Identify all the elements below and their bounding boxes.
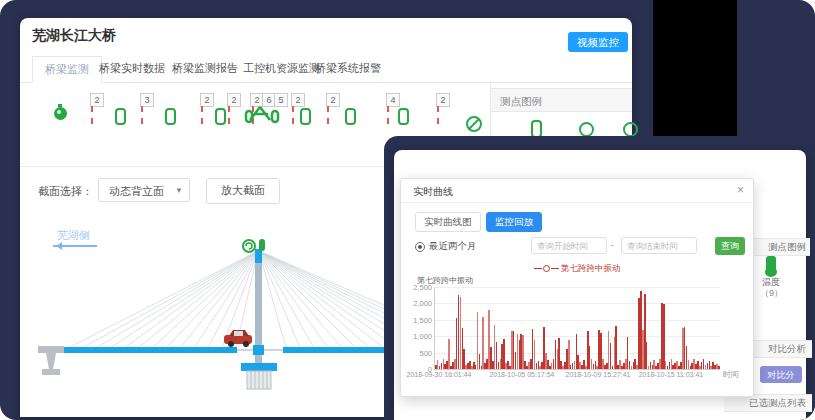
dashed-marker	[327, 106, 329, 124]
link-sensor-icon[interactable]	[345, 108, 356, 125]
tab-realtime-data[interactable]: 桥梁实时数据	[99, 56, 165, 81]
last-two-months-label: 最近两个月	[429, 240, 477, 253]
tab-realtime-curve[interactable]: 实时曲线图	[415, 212, 481, 232]
last-two-months-radio[interactable]	[415, 242, 425, 252]
round-sensor-icon	[579, 122, 594, 137]
link-sensor-icon[interactable]	[300, 108, 311, 125]
y-tick-label: 2,500	[413, 283, 432, 292]
tab-system-alarm[interactable]: 桥梁系统报警	[315, 56, 381, 81]
query-end-time-input[interactable]	[621, 237, 697, 254]
sensor-count-badge: 2	[436, 93, 450, 107]
x-tick-label: 2018-10-09 15:27:41	[566, 371, 631, 378]
page-background: 芜湖长江大桥 桥梁监测 桥梁实时数据 桥梁监测报告 工控机资源监测 桥梁系统报警…	[0, 0, 815, 420]
dashed-marker	[437, 106, 439, 124]
vibration-bar	[615, 326, 617, 369]
gridline	[435, 287, 720, 288]
tab-monitor-playback[interactable]: 监控回放	[486, 212, 542, 232]
y-tick-label: 1,000	[413, 332, 432, 341]
modal-title: 实时曲线	[413, 185, 453, 199]
black-screen-region	[653, 0, 737, 140]
modal-header: 实时曲线 ×	[401, 179, 753, 203]
link-sensor-icon[interactable]	[398, 108, 409, 125]
vibration-bar	[663, 304, 665, 369]
dashed-marker	[387, 106, 389, 124]
legend-panel-title: 测点图例	[491, 88, 632, 112]
vibration-bar	[448, 339, 450, 369]
legend-line-icon	[534, 268, 542, 269]
sensor-count-badge: 2	[90, 93, 104, 107]
x-tick-label: 2018-09-30 16:01:44	[406, 371, 471, 378]
enlarge-section-button[interactable]: 放大截面	[206, 178, 280, 204]
stopwatch-icon[interactable]	[54, 107, 67, 120]
gridline	[435, 303, 720, 304]
chart-legend: 第七跨跨中振动	[401, 263, 753, 275]
dashed-marker	[201, 106, 203, 124]
sensor-count-badge: 4	[386, 93, 400, 107]
vibration-bar	[482, 317, 484, 369]
query-button[interactable]: 查询	[715, 237, 745, 255]
round-sensor-icon	[623, 122, 638, 137]
section-select-value: 动态背立面	[109, 185, 164, 197]
thermometer-icon[interactable]	[766, 256, 776, 273]
legend-label: 第七跨跨中振动	[561, 263, 621, 273]
sensor-count-badge: 2	[291, 93, 305, 107]
y-tick-label: 2,000	[413, 299, 432, 308]
link-sensor-icon[interactable]	[215, 108, 226, 125]
sensor-count-badge: 2	[326, 93, 340, 107]
vibration-chart: 05001,0001,5002,0002,5002018-09-30 16:01…	[434, 287, 720, 370]
realtime-curve-modal: 实时曲线 × 实时曲线图 监控回放 最近两个月 - 查询 第七跨跨中振动 第七跨…	[400, 178, 754, 397]
tab-monitor-report[interactable]: 桥梁监测报告	[172, 56, 238, 81]
bridge-sensor-icon[interactable]	[244, 104, 280, 128]
query-start-time-input[interactable]	[531, 237, 607, 254]
compare-analysis-button[interactable]: 对比分析	[760, 366, 802, 383]
temperature-count: （9）	[760, 287, 783, 300]
y-tick-label: 500	[419, 348, 432, 357]
dashed-marker	[91, 106, 93, 124]
page-title: 芜湖长江大桥	[32, 27, 116, 45]
section-select-dropdown[interactable]: 动态背立面 ▼	[98, 178, 190, 202]
section-select-label: 截面选择：	[38, 184, 93, 199]
car	[224, 330, 252, 347]
pile-cylinder	[247, 371, 271, 389]
dashed-marker	[141, 106, 143, 124]
sensor-count-badge: 2	[200, 93, 214, 107]
link-sensor-icon[interactable]	[165, 108, 176, 125]
prohibited-icon	[466, 116, 482, 132]
tabs-bar: 桥梁监测 桥梁实时数据 桥梁监测报告 工控机资源监测 桥梁系统报警 视频监控	[20, 56, 632, 83]
detail-window: 测点图例 温度 （9） 对比分析 对比分析 已选测点列表 实时曲线 × 实时曲线…	[394, 150, 806, 420]
chevron-down-icon: ▼	[175, 179, 183, 203]
dashed-marker	[228, 106, 230, 124]
dashed-marker	[292, 106, 294, 124]
legend-dot-icon	[543, 265, 550, 272]
tab-ipc-resource[interactable]: 工控机资源监测	[243, 56, 320, 81]
close-icon[interactable]: ×	[737, 183, 744, 197]
y-tick-label: 1,500	[413, 315, 432, 324]
tower-top-sensor-icons	[243, 239, 265, 252]
sensor-count-badge: 3	[140, 93, 154, 107]
x-axis-label: 时间	[723, 369, 739, 380]
left-pier	[38, 346, 64, 375]
sensor-count-badge: 2	[227, 93, 241, 107]
pile-cap	[241, 363, 277, 371]
tab-bridge-monitor[interactable]: 桥梁监测	[32, 56, 102, 83]
range-separator: -	[611, 240, 614, 250]
vibration-bar	[718, 366, 720, 369]
video-monitor-button[interactable]: 视频监控	[568, 32, 628, 52]
x-tick-label: 2018-10-15 11:03:41	[639, 371, 703, 378]
deck-left	[60, 347, 237, 353]
legend-line-icon	[551, 268, 559, 269]
link-sensor-icon[interactable]	[115, 108, 126, 125]
x-tick-label: 2018-10-05 05:17:54	[489, 371, 554, 378]
